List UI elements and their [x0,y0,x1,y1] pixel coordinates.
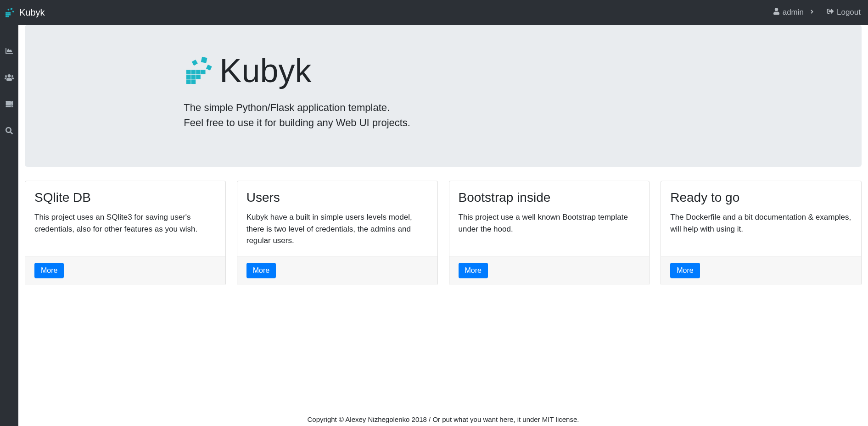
brand-text: Kubyk [19,7,45,18]
card-text: Kubyk have a built in simple users level… [246,211,428,247]
card-title: Users [246,190,428,205]
svg-rect-21 [186,79,191,84]
user-menu[interactable]: admin [773,8,814,17]
more-button[interactable]: More [459,263,488,278]
svg-rect-6 [6,14,7,15]
svg-rect-1 [7,9,9,11]
jumbotron-subtitle-1: The simple Python/Flask application temp… [184,100,624,115]
chart-area-icon [5,47,13,56]
card-text: This project uses an SQlite3 for saving … [34,211,216,235]
svg-rect-9 [6,16,7,17]
more-button[interactable]: More [246,263,276,278]
card-text: This project use a well known Bootstrap … [459,211,640,235]
logout-icon [827,8,834,17]
svg-rect-2 [12,11,14,12]
svg-rect-11 [201,57,207,63]
sidebar-item-search[interactable] [0,118,18,145]
brand-link[interactable]: Kubyk [5,7,45,18]
chevron-right-icon [810,8,814,17]
svg-rect-3 [6,12,7,13]
brand-logo-icon [5,7,15,17]
svg-rect-17 [201,70,206,74]
svg-rect-14 [186,70,191,74]
sidebar-item-users[interactable] [0,65,18,92]
card-text: The Dockerfile and a bit documentation &… [670,211,852,235]
username: admin [783,8,804,17]
card-title: Bootstrap inside [459,190,640,205]
svg-rect-0 [11,8,12,10]
navbar: Kubyk admin Logout [0,0,868,25]
more-button[interactable]: More [34,263,64,278]
svg-rect-7 [7,14,9,15]
sidebar-item-dashboard[interactable] [0,39,18,65]
user-icon [773,8,780,17]
card-readytogo: Ready to go The Dockerfile and a bit doc… [661,181,862,285]
svg-rect-10 [7,16,9,17]
svg-rect-12 [192,60,198,66]
sidebar [0,25,18,426]
card-title: SQlite DB [34,190,216,205]
card-bootstrap: Bootstrap inside This project use a well… [449,181,650,285]
jumbotron-subtitle-2: Feel free to use it for building any Web… [184,115,624,130]
sidebar-item-servers[interactable] [0,92,18,118]
svg-rect-18 [186,75,191,79]
svg-rect-8 [9,14,11,15]
svg-rect-16 [196,70,201,74]
users-icon [5,74,14,83]
jumbotron-title: Kubyk [219,54,311,87]
navbar-right: admin Logout [773,8,861,17]
search-icon [6,127,13,136]
footer-text: Copyright © Alexey Nizhegolenko 2018 / O… [308,415,579,423]
svg-rect-15 [191,70,196,74]
footer: Copyright © Alexey Nizhegolenko 2018 / O… [25,409,862,426]
svg-rect-13 [206,65,212,71]
svg-rect-4 [7,12,9,13]
card-users: Users Kubyk have a built in simple users… [237,181,438,285]
svg-rect-20 [196,75,201,79]
main-content: Kubyk The simple Python/Flask applicatio… [18,25,868,426]
logout-link[interactable]: Logout [827,8,861,17]
jumbo-logo-icon [184,56,214,85]
cards-row: SQlite DB This project uses an SQlite3 f… [25,181,862,285]
card-title: Ready to go [670,190,852,205]
card-sqlite: SQlite DB This project uses an SQlite3 f… [25,181,226,285]
svg-rect-5 [9,12,11,13]
svg-rect-19 [191,75,196,79]
logout-label: Logout [837,8,861,17]
more-button[interactable]: More [670,263,700,278]
svg-rect-22 [191,79,196,84]
jumbotron: Kubyk The simple Python/Flask applicatio… [25,25,862,167]
server-icon [6,100,13,110]
